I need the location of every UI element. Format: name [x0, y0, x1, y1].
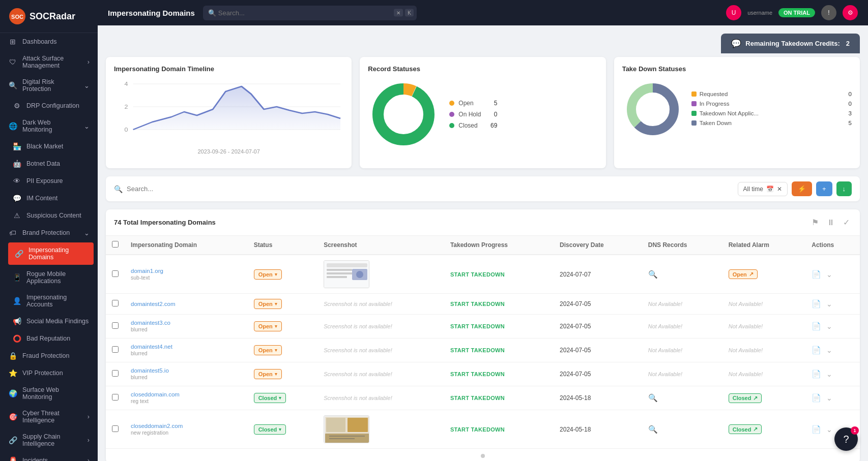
select-all-checkbox[interactable]	[112, 241, 119, 248]
sidebar-item-drp-config[interactable]: ⚙ DRP Configuration	[4, 97, 98, 114]
sidebar-item-surface-web[interactable]: 🌍 Surface Web Monitoring	[0, 382, 98, 405]
table-action-check[interactable]: ✓	[841, 217, 852, 228]
dns-search-icon[interactable]: 🔍	[648, 393, 658, 402]
svg-rect-14	[327, 269, 352, 271]
status-badge-open[interactable]: Open ▾	[254, 269, 282, 280]
topbar-search-input[interactable]	[203, 6, 417, 20]
status-badge-open[interactable]: Open ▾	[254, 345, 282, 355]
domain-link[interactable]: domaintest5.io	[131, 367, 242, 374]
clear-date-icon[interactable]: ✕	[777, 186, 782, 193]
table-row: closeddomain.com reg text Closed ▾ Scree…	[106, 386, 860, 410]
dns-search-icon[interactable]: 🔍	[648, 270, 658, 279]
filter-add-button[interactable]: +	[816, 181, 832, 196]
sidebar-item-dashboards[interactable]: ⊞ Dashboards	[0, 33, 98, 50]
sidebar-item-rogue-mobile[interactable]: 📱 Rogue Mobile Applications	[4, 266, 98, 289]
table-action-pause[interactable]: ⏸	[825, 217, 837, 228]
dns-unavailable: Not Available!	[648, 323, 682, 329]
row-checkbox[interactable]	[112, 394, 119, 401]
status-badge-open[interactable]: Open ▾	[254, 321, 282, 331]
action-report-icon[interactable]: 📄	[812, 299, 821, 308]
action-expand-icon[interactable]: ⌄	[826, 270, 832, 279]
screenshot-thumbnail[interactable]	[324, 260, 369, 288]
sidebar-item-supply-chain[interactable]: 🔗 Supply Chain Intelligence ›	[0, 428, 98, 452]
sidebar-item-digital-risk[interactable]: 🔍 Digital Risk Protection ⌄	[0, 74, 98, 97]
takedown-button[interactable]: START TAKEDOWN	[450, 395, 505, 401]
sidebar-item-incidents[interactable]: 🚨 Incidents ›	[0, 452, 98, 461]
action-expand-icon[interactable]: ⌄	[826, 346, 832, 354]
sidebar-item-brand-protection[interactable]: 🏷 Brand Protection ⌄	[0, 224, 98, 241]
filter-search-input[interactable]	[127, 185, 732, 193]
action-report-icon[interactable]: 📄	[812, 393, 821, 402]
alarm-badge-closed[interactable]: Closed ↗	[729, 424, 762, 434]
pagination-dot[interactable]	[481, 454, 485, 458]
status-badge-open[interactable]: Open ▾	[254, 299, 282, 309]
action-report-icon[interactable]: 📄	[812, 425, 821, 434]
sidebar-item-black-market[interactable]: 🏪 Black Market	[4, 138, 98, 155]
action-expand-icon[interactable]: ⌄	[826, 394, 832, 402]
action-report-icon[interactable]: 📄	[812, 322, 821, 330]
domain-link[interactable]: closeddomain2.com	[131, 423, 242, 429]
action-expand-icon[interactable]: ⌄	[826, 425, 832, 434]
row-checkbox[interactable]	[112, 270, 119, 277]
external-link-icon: ↗	[753, 395, 758, 402]
status-badge-closed[interactable]: Closed ▾	[254, 393, 286, 403]
on-hold-dot	[449, 112, 454, 117]
action-expand-icon[interactable]: ⌄	[826, 370, 832, 378]
sidebar-item-dark-web[interactable]: 🌐 Dark Web Monitoring ⌄	[0, 114, 98, 138]
dns-search-icon[interactable]: 🔍	[648, 425, 658, 434]
takedown-button[interactable]: START TAKEDOWN	[450, 347, 505, 353]
takedown-button[interactable]: START TAKEDOWN	[450, 301, 505, 307]
domain-link[interactable]: domaintest4.net	[131, 344, 242, 350]
incidents-icon: 🚨	[8, 456, 17, 461]
takedown-button[interactable]: START TAKEDOWN	[450, 426, 505, 433]
sidebar-item-im-content[interactable]: 💬 IM Content	[4, 190, 98, 207]
sidebar-item-impersonating-domains[interactable]: 🔗 Impersonating Domains	[8, 242, 94, 265]
domain-link[interactable]: domaintest2.com	[131, 301, 242, 307]
table-action-flag[interactable]: ⚑	[809, 217, 821, 228]
filter-download-button[interactable]: ↓	[836, 181, 852, 196]
action-report-icon[interactable]: 📄	[812, 270, 821, 279]
user-avatar[interactable]: U	[726, 5, 741, 20]
date-filter-button[interactable]: All time 📅 ✕	[738, 182, 788, 196]
search-x-button[interactable]: ✕	[394, 9, 403, 17]
domain-link[interactable]: closeddomain.com	[131, 391, 242, 397]
notification-avatar[interactable]: !	[821, 5, 836, 20]
settings-avatar[interactable]: ⚙	[843, 5, 858, 20]
sidebar-item-pii[interactable]: 👁 PII Exposure	[4, 172, 98, 190]
sidebar-item-social-media[interactable]: 📢 Social Media Findings	[4, 313, 98, 330]
alarm-badge-open[interactable]: Open ↗	[729, 269, 758, 279]
status-badge-closed[interactable]: Closed ▾	[254, 424, 286, 435]
domain-link[interactable]: domain1.org	[131, 268, 242, 274]
action-expand-icon[interactable]: ⌄	[826, 300, 832, 308]
sidebar-item-bad-reputation[interactable]: ⭕ Bad Reputation	[4, 330, 98, 347]
sidebar-logo[interactable]: SOC SOCRadar	[0, 0, 98, 33]
action-expand-icon[interactable]: ⌄	[826, 322, 832, 330]
takedown-button[interactable]: START TAKEDOWN	[450, 371, 505, 377]
row-checkbox[interactable]	[112, 300, 119, 306]
sidebar-item-impersonating-accounts[interactable]: 👤 Impersonating Accounts	[4, 289, 98, 313]
sidebar-item-botnet[interactable]: 🤖 Botnet Data	[4, 155, 98, 172]
sidebar-item-attack-surface[interactable]: 🛡 Attack Surface Management ›	[0, 50, 98, 74]
action-report-icon[interactable]: 📄	[812, 370, 821, 378]
sidebar-item-suspicious[interactable]: ⚠ Suspicious Content	[4, 207, 98, 224]
row-checkbox[interactable]	[112, 370, 119, 377]
domain-link[interactable]: domaintest3.co	[131, 320, 242, 326]
chat-bubble-button[interactable]: ? 1	[834, 427, 858, 451]
sidebar-item-cyber-threat[interactable]: 🎯 Cyber Threat Intelligence ›	[0, 405, 98, 428]
status-badge-open[interactable]: Open ▾	[254, 369, 282, 379]
screenshot-thumbnail[interactable]	[324, 415, 369, 443]
takedown-button[interactable]: START TAKEDOWN	[450, 271, 505, 278]
search-k-button[interactable]: K	[405, 9, 414, 17]
sidebar-item-vip[interactable]: ⭐ VIP Protection	[0, 364, 98, 382]
not-applicable-count: 3	[849, 110, 852, 116]
discovery-date: 2024-07-05	[554, 294, 642, 315]
action-report-icon[interactable]: 📄	[812, 346, 821, 354]
row-checkbox[interactable]	[112, 346, 119, 353]
row-checkbox[interactable]	[112, 425, 119, 432]
filter-button-orange[interactable]: ⚡	[792, 181, 812, 196]
alarm-badge-closed[interactable]: Closed ↗	[729, 393, 762, 403]
sidebar-item-fraud[interactable]: 🔒 Fraud Protection	[0, 347, 98, 364]
takedown-button[interactable]: START TAKEDOWN	[450, 323, 505, 329]
row-checkbox[interactable]	[112, 322, 119, 329]
discovery-date: 2024-07-07	[554, 255, 642, 294]
